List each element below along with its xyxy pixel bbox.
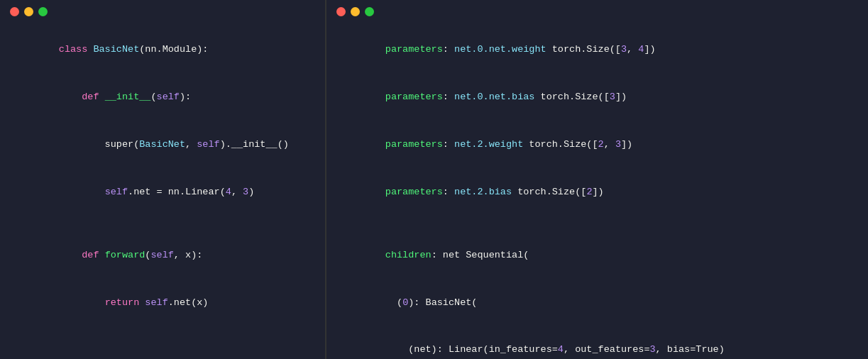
output-line: parameters: net.0.net.bias torch.Size([3… [339,74,855,121]
output-line [339,216,855,231]
code-line: def forward(self, x): [13,231,312,279]
maximize-button-right[interactable] [365,7,374,16]
code-editor-left: class BasicNet(nn.Module): def __init__(… [0,23,325,359]
right-panel: parameters: net.0.net.weight torch.Size(… [326,0,868,359]
code-line: class Net(nn.Module): [13,342,312,359]
code-line: class BasicNet(nn.Module): [13,26,312,74]
output-line: parameters: net.2.weight torch.Size([2, … [339,121,855,169]
minimize-button[interactable] [24,7,33,16]
close-button-right[interactable] [336,7,346,16]
output-line: (0): BasicNet( [339,279,855,326]
output-area: parameters: net.0.net.weight torch.Size(… [326,23,868,359]
code-line: self.net = nn.Linear(4, 3) [13,168,312,216]
output-line: parameters: net.0.net.weight torch.Size(… [339,26,855,74]
code-line: return self.net(x) [13,279,312,326]
output-line: parameters: net.2.bias torch.Size([2]) [339,168,855,216]
traffic-lights-right [326,0,868,23]
left-panel: class BasicNet(nn.Module): def __init__(… [0,0,326,359]
code-line [13,216,312,231]
code-line [13,326,312,342]
maximize-button[interactable] [38,7,48,16]
traffic-lights-left [0,0,325,23]
main-panels: class BasicNet(nn.Module): def __init__(… [0,0,868,359]
output-line: (net): Linear(in_features=4, out_feature… [339,326,855,359]
minimize-button-right[interactable] [351,7,360,16]
code-line: def __init__(self): [13,74,312,121]
close-button[interactable] [10,7,19,16]
code-line: super(BasicNet, self).__init__() [13,121,312,169]
output-line: children: net Sequential( [339,231,855,279]
